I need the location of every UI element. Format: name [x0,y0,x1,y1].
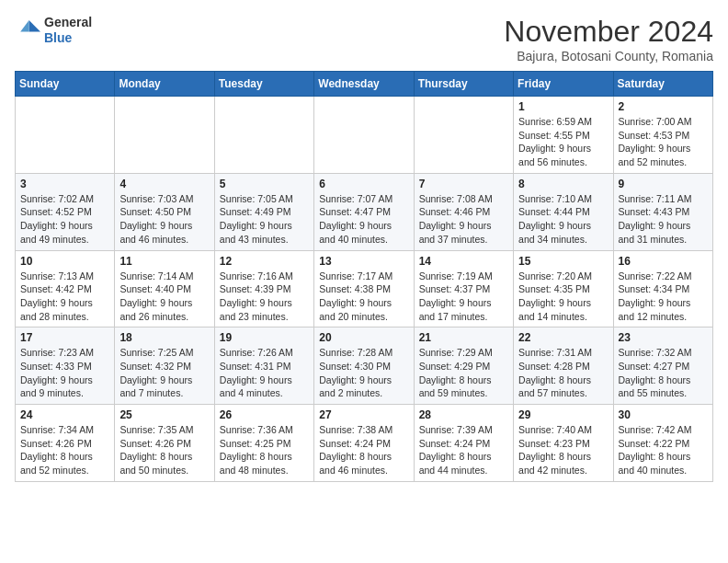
weekday-header-cell: Thursday [414,72,513,97]
day-number: 15 [518,255,608,268]
day-info: Sunrise: 7:40 AM Sunset: 4:23 PM Dayligh… [518,423,608,477]
day-info: Sunrise: 7:00 AM Sunset: 4:53 PM Dayligh… [619,115,708,169]
weekday-header-cell: Tuesday [214,72,313,97]
day-number: 3 [20,178,109,190]
month-title: November 2024 [504,15,713,49]
svg-marker-1 [20,20,28,31]
page-header: General Blue November 2024 Bajura, Botos… [15,15,713,63]
day-number: 9 [619,178,708,190]
calendar-day-cell: 18Sunrise: 7:25 AM Sunset: 4:32 PM Dayli… [115,327,214,405]
calendar-day-cell: 21Sunrise: 7:29 AM Sunset: 4:29 PM Dayli… [414,327,513,405]
calendar-day-cell: 26Sunrise: 7:36 AM Sunset: 4:25 PM Dayli… [214,405,313,482]
calendar-day-cell: 30Sunrise: 7:42 AM Sunset: 4:22 PM Dayli… [613,405,712,482]
day-number: 16 [619,255,708,268]
day-number: 12 [220,255,309,268]
day-info: Sunrise: 7:13 AM Sunset: 4:42 PM Dayligh… [20,270,109,324]
day-info: Sunrise: 7:02 AM Sunset: 4:52 PM Dayligh… [20,192,109,247]
day-info: Sunrise: 7:29 AM Sunset: 4:29 PM Dayligh… [419,346,508,400]
day-info: Sunrise: 7:05 AM Sunset: 4:49 PM Dayligh… [220,192,309,247]
calendar-week-row: 1Sunrise: 6:59 AM Sunset: 4:55 PM Daylig… [16,97,713,174]
calendar-day-cell: 23Sunrise: 7:32 AM Sunset: 4:27 PM Dayli… [613,327,712,405]
calendar-day-cell: 27Sunrise: 7:38 AM Sunset: 4:24 PM Dayli… [314,405,414,482]
day-number: 11 [119,255,209,268]
day-info: Sunrise: 7:14 AM Sunset: 4:40 PM Dayligh… [119,270,209,324]
calendar-day-cell: 2Sunrise: 7:00 AM Sunset: 4:53 PM Daylig… [613,97,712,174]
day-info: Sunrise: 7:36 AM Sunset: 4:25 PM Dayligh… [220,423,309,477]
calendar-day-cell: 1Sunrise: 6:59 AM Sunset: 4:55 PM Daylig… [514,97,613,174]
day-info: Sunrise: 7:19 AM Sunset: 4:37 PM Dayligh… [419,270,508,324]
day-number: 20 [319,331,408,344]
calendar-day-cell: 13Sunrise: 7:17 AM Sunset: 4:38 PM Dayli… [314,250,414,327]
day-number: 10 [20,255,109,268]
day-info: Sunrise: 7:26 AM Sunset: 4:31 PM Dayligh… [220,346,309,400]
weekday-header-cell: Saturday [613,72,712,97]
calendar-day-cell: 20Sunrise: 7:28 AM Sunset: 4:30 PM Dayli… [314,327,414,405]
calendar-day-cell: 17Sunrise: 7:23 AM Sunset: 4:33 PM Dayli… [16,327,115,405]
logo-text: General Blue [44,15,92,46]
day-info: Sunrise: 7:25 AM Sunset: 4:32 PM Dayligh… [119,346,209,400]
day-info: Sunrise: 7:31 AM Sunset: 4:28 PM Dayligh… [518,346,608,400]
day-info: Sunrise: 7:34 AM Sunset: 4:26 PM Dayligh… [20,423,109,477]
day-number: 8 [518,178,608,190]
calendar-day-cell: 11Sunrise: 7:14 AM Sunset: 4:40 PM Dayli… [115,250,214,327]
day-info: Sunrise: 7:07 AM Sunset: 4:47 PM Dayligh… [319,192,408,247]
calendar-day-cell: 4Sunrise: 7:03 AM Sunset: 4:50 PM Daylig… [115,173,214,250]
day-number: 23 [619,331,708,344]
day-number: 29 [518,408,608,421]
day-number: 22 [518,331,608,344]
day-info: Sunrise: 7:39 AM Sunset: 4:24 PM Dayligh… [419,423,508,477]
day-number: 6 [319,178,408,190]
day-number: 24 [20,408,109,421]
logo: General Blue [15,15,92,46]
day-number: 4 [119,178,209,190]
calendar-day-cell: 7Sunrise: 7:08 AM Sunset: 4:46 PM Daylig… [414,173,513,250]
day-number: 14 [419,255,508,268]
weekday-header-cell: Wednesday [314,72,414,97]
day-number: 26 [220,408,309,421]
calendar-day-cell: 24Sunrise: 7:34 AM Sunset: 4:26 PM Dayli… [16,405,115,482]
day-info: Sunrise: 7:22 AM Sunset: 4:34 PM Dayligh… [619,270,708,324]
day-number: 17 [20,331,109,344]
calendar-day-cell: 28Sunrise: 7:39 AM Sunset: 4:24 PM Dayli… [414,405,513,482]
day-number: 18 [119,331,209,344]
calendar-day-cell [314,97,414,174]
weekday-header-cell: Sunday [16,72,115,97]
svg-marker-0 [29,20,40,31]
calendar-week-row: 17Sunrise: 7:23 AM Sunset: 4:33 PM Dayli… [16,327,713,405]
calendar-day-cell: 10Sunrise: 7:13 AM Sunset: 4:42 PM Dayli… [16,250,115,327]
day-info: Sunrise: 7:16 AM Sunset: 4:39 PM Dayligh… [220,270,309,324]
day-info: Sunrise: 7:35 AM Sunset: 4:26 PM Dayligh… [119,423,209,477]
day-number: 28 [419,408,508,421]
calendar-day-cell: 12Sunrise: 7:16 AM Sunset: 4:39 PM Dayli… [214,250,313,327]
calendar-week-row: 10Sunrise: 7:13 AM Sunset: 4:42 PM Dayli… [16,250,713,327]
calendar-day-cell: 5Sunrise: 7:05 AM Sunset: 4:49 PM Daylig… [214,173,313,250]
calendar-day-cell: 6Sunrise: 7:07 AM Sunset: 4:47 PM Daylig… [314,173,414,250]
day-number: 7 [419,178,508,190]
day-number: 2 [619,100,708,113]
calendar-day-cell: 14Sunrise: 7:19 AM Sunset: 4:37 PM Dayli… [414,250,513,327]
calendar-day-cell: 29Sunrise: 7:40 AM Sunset: 4:23 PM Dayli… [514,405,613,482]
calendar-day-cell: 3Sunrise: 7:02 AM Sunset: 4:52 PM Daylig… [16,173,115,250]
calendar-day-cell: 16Sunrise: 7:22 AM Sunset: 4:34 PM Dayli… [613,250,712,327]
day-info: Sunrise: 7:11 AM Sunset: 4:43 PM Dayligh… [619,192,708,247]
calendar-day-cell: 9Sunrise: 7:11 AM Sunset: 4:43 PM Daylig… [613,173,712,250]
calendar-day-cell [16,97,115,174]
calendar-day-cell [414,97,513,174]
weekday-header-row: SundayMondayTuesdayWednesdayThursdayFrid… [16,72,713,97]
calendar-day-cell: 15Sunrise: 7:20 AM Sunset: 4:35 PM Dayli… [514,250,613,327]
location: Bajura, Botosani County, Romania [504,49,713,63]
day-number: 5 [220,178,309,190]
day-info: Sunrise: 7:28 AM Sunset: 4:30 PM Dayligh… [319,346,408,400]
day-info: Sunrise: 7:08 AM Sunset: 4:46 PM Dayligh… [419,192,508,247]
day-info: Sunrise: 7:23 AM Sunset: 4:33 PM Dayligh… [20,346,109,400]
day-info: Sunrise: 7:03 AM Sunset: 4:50 PM Dayligh… [119,192,209,247]
calendar-day-cell: 22Sunrise: 7:31 AM Sunset: 4:28 PM Dayli… [514,327,613,405]
day-number: 13 [319,255,408,268]
calendar-day-cell: 19Sunrise: 7:26 AM Sunset: 4:31 PM Dayli… [214,327,313,405]
day-info: Sunrise: 7:32 AM Sunset: 4:27 PM Dayligh… [619,346,708,400]
day-number: 19 [220,331,309,344]
day-number: 30 [619,408,708,421]
day-number: 25 [119,408,209,421]
day-info: Sunrise: 7:42 AM Sunset: 4:22 PM Dayligh… [619,423,708,477]
title-block: November 2024 Bajura, Botosani County, R… [504,15,713,63]
